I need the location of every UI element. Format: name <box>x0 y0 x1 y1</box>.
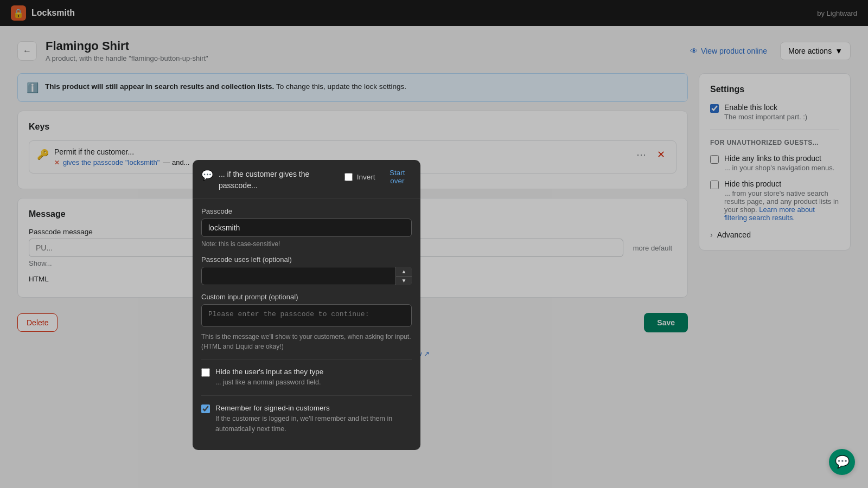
popup-header-right: Invert Start over <box>344 169 412 185</box>
uses-left-label: Passcode uses left (optional) <box>201 255 412 264</box>
uses-left-input-wrap: ▲ ▼ <box>201 267 412 285</box>
custom-prompt-label: Custom input prompt (optional) <box>201 293 412 301</box>
support-bubble[interactable]: 💬 <box>829 449 855 475</box>
remember-label[interactable]: Remember for signed-in customers <box>215 404 330 412</box>
custom-prompt-textarea[interactable] <box>201 304 412 327</box>
number-spinners: ▲ ▼ <box>395 267 412 285</box>
uses-left-field-row: Passcode uses left (optional) ▲ ▼ <box>201 255 412 285</box>
popup-header-text: ... if the customer gives the passcode..… <box>219 169 344 191</box>
invert-text: Invert <box>357 173 375 181</box>
custom-prompt-field-row: Custom input prompt (optional) This is t… <box>201 293 412 351</box>
popup-header: 💬 ... if the customer gives the passcode… <box>193 160 420 198</box>
start-over-button[interactable]: Start over <box>383 169 412 185</box>
hide-input-label[interactable]: Hide the user's input as they type <box>215 368 323 376</box>
invert-checkbox[interactable] <box>344 173 353 181</box>
hide-input-checkbox[interactable] <box>201 368 210 377</box>
passcode-popup: 💬 ... if the customer gives the passcode… <box>193 160 420 450</box>
passcode-note: Note: this is case-sensitive! <box>201 240 412 248</box>
popup-header-left: 💬 ... if the customer gives the passcode… <box>201 169 344 191</box>
chat-bubble-icon: 💬 <box>201 169 213 181</box>
custom-prompt-desc: This is the message we'll show to your c… <box>201 332 412 351</box>
spinner-down-button[interactable]: ▼ <box>396 277 412 286</box>
passcode-field-row: Passcode Note: this is case-sensitive! <box>201 207 412 248</box>
uses-left-input[interactable] <box>201 267 412 285</box>
passcode-field-label: Passcode <box>201 207 412 215</box>
spinner-up-button[interactable]: ▲ <box>396 267 412 277</box>
popup-body: Passcode Note: this is case-sensitive! P… <box>193 198 420 450</box>
remember-row: Remember for signed-in customers If the … <box>201 395 412 442</box>
remember-desc: If the customer is logged in, we'll reme… <box>215 414 412 434</box>
hide-input-row: Hide the user's input as they type ... j… <box>201 359 412 395</box>
hide-input-desc: ... just like a normal password field. <box>215 377 323 388</box>
passcode-input[interactable] <box>201 219 412 237</box>
remember-checkbox[interactable] <box>201 404 210 413</box>
popup-overlay <box>0 0 868 488</box>
chat-icon: 💬 <box>835 455 850 469</box>
remember-text: Remember for signed-in customers If the … <box>215 403 412 434</box>
hide-input-text: Hide the user's input as they type ... j… <box>215 367 323 388</box>
invert-label[interactable]: Invert <box>344 173 375 181</box>
